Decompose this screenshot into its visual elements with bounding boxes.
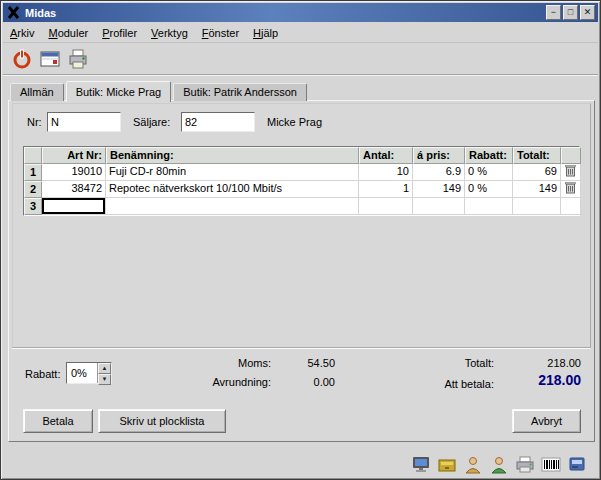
app-window: Midas − □ ✕ Arkiv Moduler Profiler Verkt… [0, 0, 601, 480]
trash-icon [565, 164, 576, 181]
saljare-input[interactable] [181, 112, 255, 132]
nr-label: Nr: [27, 116, 42, 128]
cell-discount[interactable] [465, 198, 513, 215]
cell-art[interactable]: 19010 [42, 164, 106, 181]
new-sale-button[interactable] [36, 46, 63, 73]
delete-row-button[interactable] [561, 181, 581, 198]
table-corner [24, 147, 42, 164]
betala-button[interactable]: Betala [23, 409, 93, 433]
cell-delete-empty [561, 198, 581, 215]
sale-panel: Nr: Säljare: Micke Prag Art Nr: Benämnin… [8, 100, 595, 442]
row-header-2[interactable]: 2 [24, 181, 42, 198]
rabatt-value: 0% [67, 363, 97, 383]
totalt-label: Totalt: [394, 357, 494, 369]
power-icon [11, 48, 33, 72]
window-title: Midas [25, 7, 544, 19]
print-button[interactable] [64, 46, 91, 73]
skriv-ut-plocklista-button[interactable]: Skriv ut plocklista [98, 409, 226, 433]
tab-allman[interactable]: Allmän [10, 83, 64, 101]
menu-fonster[interactable]: Fönster [195, 25, 246, 41]
avrundning-value: 0.00 [275, 376, 335, 388]
moms-label: Moms: [159, 357, 271, 369]
x11-logo-icon [6, 6, 20, 20]
spin-buttons: ▲▼ [97, 363, 111, 383]
items-table: Art Nr: Benämning: Antal: á pris: Rabatt… [23, 146, 580, 216]
clerk-icon[interactable] [488, 453, 510, 475]
totalt-value: 218.00 [504, 357, 581, 369]
tabbar: Allmän Butik: Micke Prag Butik: Patrik A… [10, 80, 309, 101]
menu-profiler[interactable]: Profiler [95, 25, 144, 41]
cell-name[interactable] [106, 198, 359, 215]
spin-down-icon[interactable]: ▼ [98, 374, 111, 385]
row-header-3[interactable]: 3 [24, 198, 42, 215]
att-betala-label: Att betala: [379, 378, 494, 390]
nr-input[interactable] [47, 112, 121, 132]
header-rabatt: Rabatt: [465, 147, 513, 164]
menu-moduler[interactable]: Moduler [41, 25, 95, 41]
cell-name[interactable]: Fuji CD-r 80min [106, 164, 359, 181]
cell-name[interactable]: Repotec nätverkskort 10/100 Mbit/s [106, 181, 359, 198]
header-benamning: Benämning: [106, 147, 359, 164]
cell-qty[interactable] [359, 198, 413, 215]
menubar: Arkiv Moduler Profiler Verktyg Fönster H… [3, 23, 598, 43]
header-art-nr: Art Nr: [42, 147, 106, 164]
device-tray [410, 453, 588, 475]
cash-drawer-icon[interactable] [436, 453, 458, 475]
menu-hjalp[interactable]: Hjälp [246, 25, 285, 41]
cell-total[interactable]: 149 [513, 181, 561, 198]
rabatt-label: Rabatt: [25, 368, 60, 380]
seller-name: Micke Prag [267, 116, 322, 128]
header-totalt: Totalt: [513, 147, 561, 164]
titlebar[interactable]: Midas − □ ✕ [3, 3, 598, 22]
logout-button[interactable] [8, 46, 35, 73]
cell-price[interactable] [413, 198, 465, 215]
barcode-scanner-icon[interactable] [540, 453, 562, 475]
cell-qty[interactable]: 1 [359, 181, 413, 198]
cell-qty[interactable]: 10 [359, 164, 413, 181]
receipt-printer-icon[interactable] [514, 453, 536, 475]
close-button[interactable]: ✕ [580, 5, 595, 20]
cell-discount[interactable]: 0 % [465, 164, 513, 181]
saljare-label: Säljare: [133, 116, 170, 128]
trash-icon [565, 181, 576, 198]
tab-butik-patrik-andersson[interactable]: Butik: Patrik Andersson [173, 83, 307, 101]
avrundning-label: Avrundning: [159, 376, 271, 388]
content-frame [12, 103, 591, 348]
moms-value: 54.50 [275, 357, 335, 369]
printer-icon [67, 48, 89, 72]
header-antal: Antal: [359, 147, 413, 164]
spin-up-icon[interactable]: ▲ [98, 363, 111, 374]
menu-verktyg[interactable]: Verktyg [144, 25, 195, 41]
card-terminal-icon[interactable] [566, 453, 588, 475]
header-delete [561, 147, 581, 164]
cell-price[interactable]: 6.9 [413, 164, 465, 181]
delete-row-button[interactable] [561, 164, 581, 181]
cell-price[interactable]: 149 [413, 181, 465, 198]
row-header-1[interactable]: 1 [24, 164, 42, 181]
tab-butik-micke-prag[interactable]: Butik: Micke Prag [66, 81, 172, 102]
menu-arkiv[interactable]: Arkiv [3, 25, 41, 41]
maximize-button[interactable]: □ [563, 5, 578, 20]
att-betala-value: 218.00 [489, 372, 581, 388]
avbryt-button[interactable]: Avbryt [512, 409, 581, 433]
toolbar [3, 44, 598, 75]
cell-total[interactable]: 69 [513, 164, 561, 181]
customer-icon[interactable] [462, 453, 484, 475]
cell-art[interactable]: 38472 [42, 181, 106, 198]
minimize-button[interactable]: − [546, 5, 561, 20]
rabatt-spinbox[interactable]: 0% ▲▼ [66, 362, 112, 384]
cell-discount[interactable]: 0 % [465, 181, 513, 198]
header-a-pris: á pris: [413, 147, 465, 164]
customer-display-icon[interactable] [410, 453, 432, 475]
new-sale-window-icon [39, 48, 61, 72]
cell-art-selected[interactable] [42, 198, 106, 215]
cell-total[interactable] [513, 198, 561, 215]
